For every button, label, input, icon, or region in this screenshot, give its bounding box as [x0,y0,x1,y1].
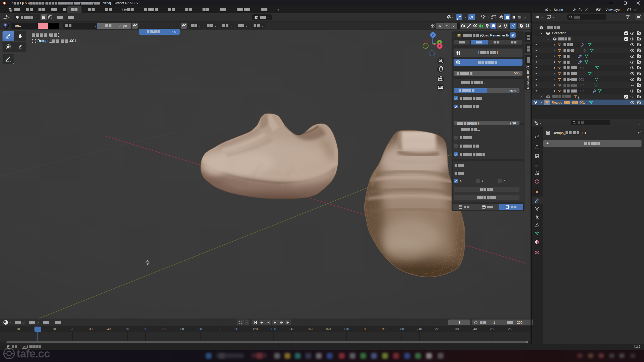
svg-text:Z: Z [432,33,434,37]
svg-text:1: 1 [526,24,528,27]
svg-text:tafe.cc: tafe.cc [17,347,50,360]
svg-text:X: X [439,44,441,48]
